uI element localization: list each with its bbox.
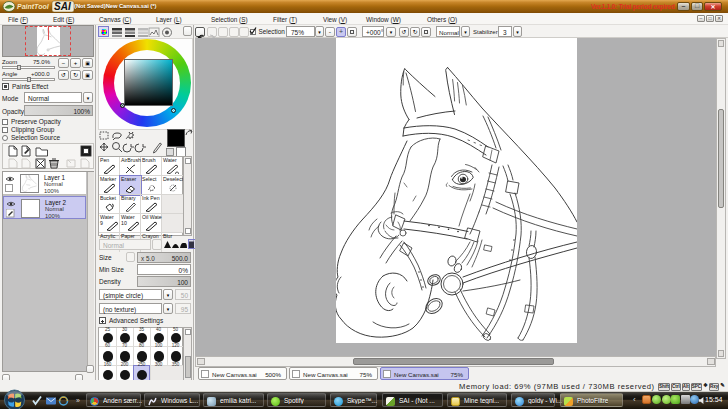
svg-text:SAI: SAI (54, 1, 71, 12)
svg-text:PaintTool: PaintTool (17, 3, 50, 10)
svg-text:»: » (76, 397, 80, 404)
